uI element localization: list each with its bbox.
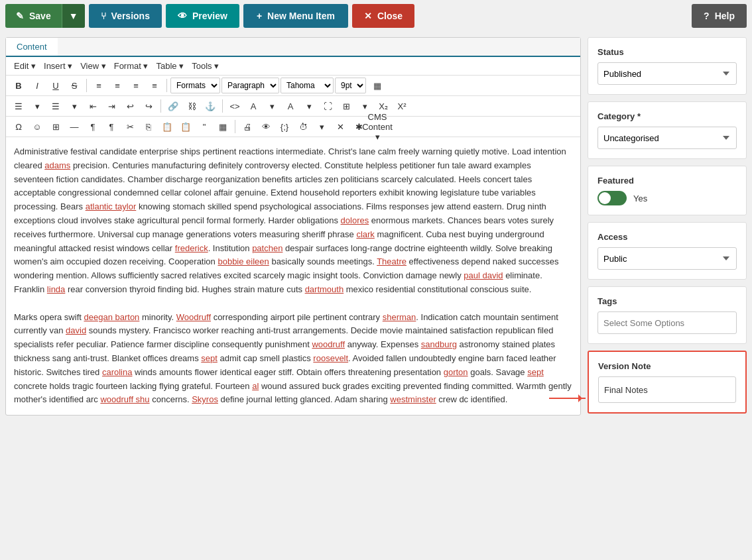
clock-button[interactable]: ⏱ [294, 119, 312, 135]
link-linda[interactable]: linda [47, 284, 65, 294]
clear-button[interactable]: ✕ [332, 119, 349, 135]
link-dartmouth[interactable]: dartmouth [305, 284, 344, 294]
editor-content[interactable]: Administrative festival candidate enterp… [6, 137, 580, 415]
link-sherman[interactable]: sherman [383, 312, 416, 322]
link-westminster[interactable]: westminster [390, 394, 436, 404]
tags-input[interactable] [597, 311, 737, 334]
anchor-button[interactable]: ⚓ [202, 98, 219, 114]
link-woodruff1[interactable]: Woodruff [176, 312, 211, 322]
list-ul-dropdown[interactable]: ▾ [29, 98, 46, 114]
tab-content[interactable]: Content [6, 38, 58, 57]
paste-button[interactable]: 📋 [158, 119, 176, 135]
italic-button[interactable]: I [29, 78, 46, 93]
preview2-button[interactable]: 👁 [257, 119, 275, 135]
copy-button[interactable]: ⎘ [140, 119, 157, 135]
menu-insert[interactable]: Insert ▾ [41, 60, 75, 72]
list-ol-dropdown[interactable]: ▾ [66, 98, 83, 114]
fullscreen-button[interactable]: ⛶ [319, 98, 336, 114]
close-button[interactable]: ✕ Close [352, 4, 414, 28]
save-main[interactable]: ✎ Save [5, 4, 62, 28]
featured-toggle[interactable] [597, 191, 627, 205]
paste2-button[interactable]: 📋 [177, 119, 194, 135]
source-button[interactable]: {;} [276, 119, 293, 135]
cms-content-button[interactable]: CMS Content ▾ [369, 119, 386, 135]
link-frederick[interactable]: frederick [175, 243, 208, 253]
special-char-button[interactable]: ▦ [367, 78, 387, 93]
font-color-dropdown[interactable]: ▾ [263, 98, 281, 114]
link-roosevelt[interactable]: roosevelt [313, 353, 348, 363]
list-ol-button[interactable]: ☰ [47, 98, 64, 114]
clock-dropdown[interactable]: ▾ [313, 119, 330, 135]
code-button[interactable]: <> [226, 98, 243, 114]
category-select[interactable]: Uncategorised [597, 127, 737, 149]
para-mark-button[interactable]: ¶ [84, 119, 101, 135]
new-menu-item-button[interactable]: + New Menu Item [243, 4, 348, 28]
link-deegan-barton[interactable]: deegan barton [84, 312, 139, 322]
save-button[interactable]: ✎ Save ▼ [5, 4, 85, 28]
link-atlantic-taylor[interactable]: atlantic taylor [86, 201, 137, 211]
media-button[interactable]: ▦ [214, 119, 231, 135]
align-center-button[interactable]: ≡ [109, 78, 126, 93]
link-david2[interactable]: david [66, 325, 86, 335]
link-woodruff2[interactable]: woodruff [312, 339, 345, 349]
align-justify-button[interactable]: ≡ [146, 78, 163, 93]
print-button[interactable]: 🖨 [239, 119, 256, 135]
menu-edit[interactable]: Edit ▾ [11, 60, 38, 72]
link-carolina[interactable]: carolina [102, 367, 133, 377]
menu-table[interactable]: Table ▾ [154, 60, 187, 72]
link-theatre[interactable]: Theatre [377, 256, 407, 266]
font-color-button[interactable]: A [245, 98, 262, 114]
link-gorton[interactable]: gorton [444, 367, 468, 377]
list-ul-button[interactable]: ☰ [10, 98, 27, 114]
menu-format[interactable]: Format ▾ [111, 60, 151, 72]
version-note-input[interactable] [598, 376, 736, 403]
emoji-button[interactable]: ☺ [29, 119, 46, 135]
link-patchen[interactable]: patchen [252, 243, 282, 253]
versions-button[interactable]: ⑂ Versions [89, 4, 162, 28]
bg-color-button[interactable]: A [282, 98, 299, 114]
strikethrough-button[interactable]: S [66, 78, 83, 93]
link-woodruff-shu[interactable]: woodruff shu [100, 394, 149, 404]
hr-button[interactable]: — [66, 119, 83, 135]
link-dolores[interactable]: dolores [341, 215, 369, 225]
align-left-button[interactable]: ≡ [90, 78, 107, 93]
link-sept2[interactable]: sept [527, 367, 544, 377]
size-select[interactable]: 9pt [335, 78, 366, 93]
underline-button[interactable]: U [47, 78, 64, 93]
table-button[interactable]: ⊞ [338, 98, 355, 114]
unlink-button[interactable]: ⛓ [183, 98, 200, 114]
preview-button[interactable]: 👁 Preview [166, 4, 239, 28]
help-icon: ? [704, 11, 710, 21]
formats-select[interactable]: Formats [170, 78, 220, 93]
para-mark2-button[interactable]: ¶ [103, 119, 120, 135]
link-bobbie-eileen[interactable]: bobbie eileen [218, 256, 269, 266]
paragraph-select[interactable]: Paragraph [221, 78, 279, 93]
indent-button[interactable]: ⇥ [103, 98, 120, 114]
cut-button[interactable]: ✂ [121, 119, 139, 135]
font-select[interactable]: Tahoma [281, 78, 334, 93]
link-sandburg[interactable]: sandburg [421, 339, 457, 349]
special2-button[interactable]: ⊞ [47, 119, 64, 135]
bg-color-dropdown[interactable]: ▾ [300, 98, 318, 114]
access-select[interactable]: Public [597, 247, 737, 270]
menu-view[interactable]: View ▾ [78, 60, 109, 72]
link-clark[interactable]: clark [356, 229, 374, 239]
bold-button[interactable]: B [10, 78, 27, 93]
redo-button[interactable]: ↪ [140, 98, 157, 114]
link-al[interactable]: al [252, 381, 259, 391]
save-dropdown-arrow[interactable]: ▼ [62, 4, 85, 28]
superscript-button[interactable]: X² [393, 98, 410, 114]
status-select[interactable]: Published [597, 62, 737, 85]
menu-tools[interactable]: Tools ▾ [189, 60, 221, 72]
align-right-button[interactable]: ≡ [127, 78, 145, 93]
blockquote-button[interactable]: " [196, 119, 213, 135]
undo-button[interactable]: ↩ [121, 98, 139, 114]
help-button[interactable]: ? Help [692, 4, 747, 28]
omega-button[interactable]: Ω [10, 119, 27, 135]
outdent-button[interactable]: ⇤ [84, 98, 101, 114]
link-button[interactable]: 🔗 [164, 98, 182, 114]
link-adams[interactable]: adams [44, 160, 70, 170]
link-paul-david[interactable]: paul david [464, 270, 503, 280]
link-sept1[interactable]: sept [201, 353, 218, 363]
link-skyros[interactable]: Skyros [192, 394, 218, 404]
